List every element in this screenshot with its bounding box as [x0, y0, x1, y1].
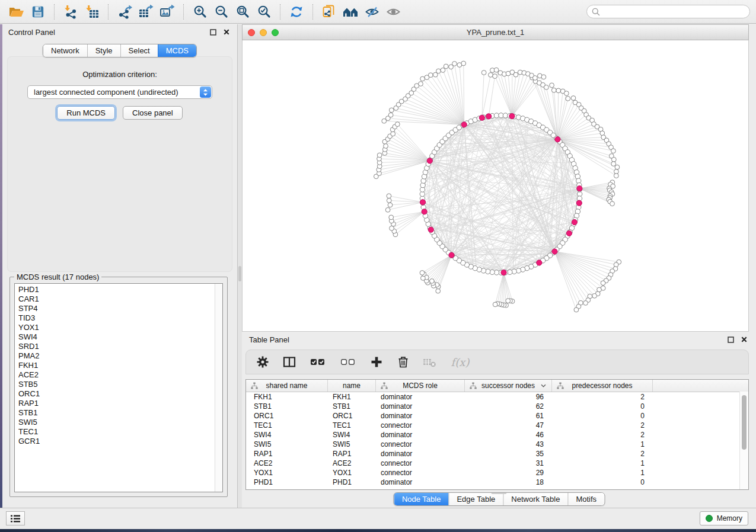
- hide-eye-slash-icon[interactable]: [361, 2, 382, 21]
- tab-network[interactable]: Network: [43, 44, 87, 57]
- list-item[interactable]: PHD1: [18, 285, 215, 294]
- cell-mcds-role[interactable]: dominator: [376, 431, 465, 439]
- cell-name[interactable]: ACE2: [328, 459, 376, 467]
- zoom-in-icon[interactable]: [189, 2, 210, 21]
- list-item[interactable]: FKH1: [18, 361, 215, 370]
- table-row[interactable]: TEC1TEC1connector472: [246, 421, 748, 430]
- cell-mcds-role[interactable]: dominator: [376, 478, 465, 486]
- cell-shared-name[interactable]: RAP1: [246, 450, 328, 458]
- show-eye-icon[interactable]: [382, 2, 404, 21]
- cell-name[interactable]: TEC1: [328, 421, 376, 430]
- cell-mcds-role[interactable]: dominator: [376, 393, 465, 401]
- zoom-window-icon[interactable]: [272, 29, 279, 36]
- cell-shared-name[interactable]: PHD1: [246, 478, 328, 486]
- zoom-fit-icon[interactable]: [232, 2, 253, 21]
- select-all-icon[interactable]: [308, 354, 327, 370]
- cell-name[interactable]: SWI4: [328, 431, 376, 439]
- list-item[interactable]: TID3: [18, 313, 215, 323]
- delete-column-icon[interactable]: [395, 354, 411, 370]
- table-tab-motifs[interactable]: Motifs: [567, 493, 604, 505]
- cell-shared-name[interactable]: ORC1: [246, 412, 328, 420]
- settings-gear-icon[interactable]: [255, 354, 270, 370]
- cell-predecessor-nodes[interactable]: 1: [552, 440, 653, 448]
- close-table-panel-icon[interactable]: [739, 335, 749, 344]
- cell-mcds-role[interactable]: connector: [376, 440, 465, 448]
- network-graph[interactable]: [243, 40, 748, 331]
- cell-successor-nodes[interactable]: 47: [465, 421, 552, 430]
- table-row[interactable]: STB1STB1dominator620: [246, 402, 748, 411]
- cell-mcds-role[interactable]: connector: [376, 459, 465, 467]
- cell-shared-name[interactable]: TEC1: [246, 421, 328, 430]
- cell-predecessor-nodes[interactable]: 1: [552, 459, 653, 467]
- column-header-name[interactable]: name: [328, 380, 376, 392]
- table-row[interactable]: YOX1YOX1connector291: [246, 468, 748, 477]
- cell-mcds-role[interactable]: dominator: [376, 450, 465, 458]
- cell-predecessor-nodes[interactable]: 2: [552, 421, 653, 430]
- cell-shared-name[interactable]: YOX1: [246, 469, 328, 477]
- open-file-icon[interactable]: [6, 2, 27, 21]
- table-row[interactable]: ACE2ACE2connector311: [246, 459, 748, 468]
- cell-name[interactable]: ORC1: [328, 412, 376, 420]
- export-network-icon[interactable]: [114, 2, 135, 21]
- export-table-icon[interactable]: [135, 2, 157, 21]
- table-row[interactable]: SWI4SWI4dominator462: [246, 430, 748, 440]
- task-history-button[interactable]: [6, 511, 25, 525]
- optimization-criterion-select[interactable]: largest connected component (undirected): [27, 85, 212, 99]
- cell-name[interactable]: STB1: [328, 402, 376, 411]
- cell-name[interactable]: RAP1: [328, 450, 376, 458]
- cell-predecessor-nodes[interactable]: 1: [552, 469, 653, 477]
- close-panel-button[interactable]: Close panel: [123, 106, 183, 120]
- list-item[interactable]: YOX1: [18, 323, 215, 332]
- cell-name[interactable]: FKH1: [328, 393, 376, 401]
- cell-successor-nodes[interactable]: 35: [465, 450, 552, 458]
- table-panel-grip[interactable]: [492, 492, 507, 494]
- cell-predecessor-nodes[interactable]: 2: [552, 431, 653, 439]
- list-item[interactable]: ACE2: [18, 370, 215, 380]
- cell-successor-nodes[interactable]: 18: [465, 478, 552, 486]
- cell-successor-nodes[interactable]: 96: [465, 393, 552, 401]
- list-item[interactable]: CAR1: [18, 294, 215, 304]
- tab-select[interactable]: Select: [120, 44, 158, 57]
- cell-successor-nodes[interactable]: 43: [465, 440, 552, 448]
- column-header-successor-nodes[interactable]: successor nodes: [465, 380, 552, 392]
- vertical-splitter[interactable]: [238, 24, 242, 508]
- scrollbar-thumb[interactable]: [742, 395, 747, 450]
- export-image-icon[interactable]: [157, 2, 178, 21]
- tab-mcds[interactable]: MCDS: [158, 44, 196, 57]
- table-row[interactable]: RAP1RAP1dominator352: [246, 449, 748, 459]
- cell-predecessor-nodes[interactable]: 2: [552, 450, 653, 458]
- cell-shared-name[interactable]: SWI5: [246, 440, 328, 448]
- table-tab-edge-table[interactable]: Edge Table: [448, 493, 503, 505]
- list-item[interactable]: TEC1: [18, 427, 215, 437]
- search-box[interactable]: [586, 5, 750, 18]
- list-item[interactable]: STP4: [18, 304, 215, 313]
- table-row[interactable]: SWI5SWI5connector431: [246, 440, 748, 449]
- list-item[interactable]: SRD1: [18, 342, 215, 351]
- zoom-out-icon[interactable]: [210, 2, 232, 21]
- import-network-icon[interactable]: [60, 2, 81, 21]
- list-item[interactable]: RAP1: [18, 399, 215, 408]
- search-input[interactable]: [604, 7, 745, 17]
- cell-successor-nodes[interactable]: 62: [465, 402, 552, 411]
- cell-shared-name[interactable]: SWI4: [246, 431, 328, 439]
- column-header-shared-name[interactable]: shared name: [246, 380, 328, 392]
- cell-predecessor-nodes[interactable]: 0: [552, 412, 653, 420]
- deselect-all-icon[interactable]: [339, 354, 358, 370]
- show-column-panel-icon[interactable]: [282, 354, 297, 370]
- close-panel-icon[interactable]: [222, 27, 231, 37]
- tab-style[interactable]: Style: [87, 44, 120, 57]
- run-mcds-button[interactable]: Run MCDS: [57, 106, 115, 120]
- cell-predecessor-nodes[interactable]: 0: [552, 478, 653, 486]
- list-item[interactable]: ORC1: [18, 389, 215, 399]
- list-item[interactable]: SWI5: [18, 418, 215, 427]
- group-houses-icon[interactable]: [340, 2, 361, 21]
- cell-successor-nodes[interactable]: 31: [465, 459, 552, 467]
- table-row[interactable]: FKH1FKH1dominator962: [246, 392, 748, 402]
- cell-mcds-role[interactable]: connector: [376, 469, 465, 477]
- network-from-document-icon[interactable]: [318, 2, 340, 21]
- column-header-mcds-role[interactable]: MCDS role: [376, 380, 465, 392]
- cell-mcds-role[interactable]: dominator: [376, 402, 465, 411]
- zoom-selected-icon[interactable]: [253, 2, 275, 21]
- float-panel-icon[interactable]: [208, 27, 218, 37]
- table-row[interactable]: ORC1ORC1dominator610: [246, 411, 748, 421]
